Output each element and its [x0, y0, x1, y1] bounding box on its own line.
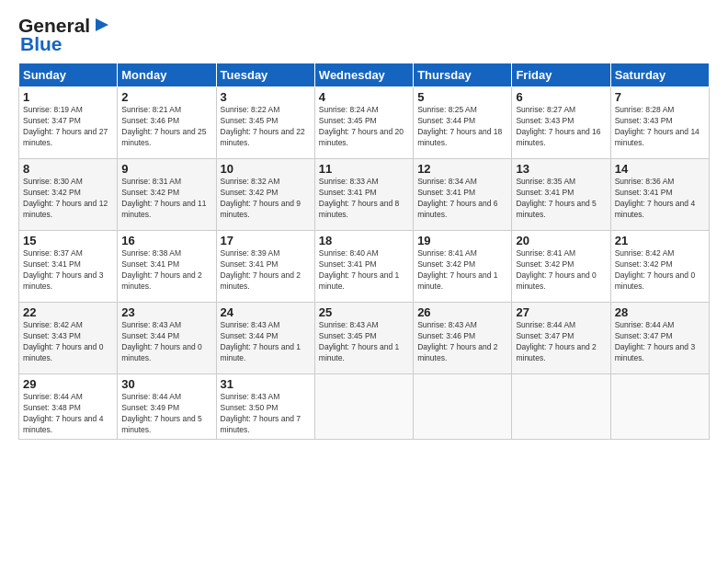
day-number: 9: [121, 162, 211, 176]
calendar-table: SundayMondayTuesdayWednesdayThursdayFrid…: [18, 63, 710, 440]
header: General Blue: [18, 15, 710, 55]
day-number: 29: [23, 377, 113, 391]
day-info: Sunrise: 8:43 AMSunset: 3:44 PMDaylight:…: [121, 320, 211, 364]
day-number: 10: [221, 162, 311, 176]
calendar-body: 1Sunrise: 8:19 AMSunset: 3:47 PMDaylight…: [19, 87, 710, 440]
day-info: Sunrise: 8:43 AMSunset: 3:46 PMDaylight:…: [417, 320, 507, 364]
day-info: Sunrise: 8:28 AMSunset: 3:43 PMDaylight:…: [615, 105, 705, 149]
calendar-cell: 30Sunrise: 8:44 AMSunset: 3:49 PMDayligh…: [118, 374, 216, 440]
calendar-cell: 20Sunrise: 8:41 AMSunset: 3:42 PMDayligh…: [512, 231, 610, 303]
calendar-cell: [512, 374, 610, 440]
weekday-header-wednesday: Wednesday: [314, 63, 413, 87]
day-info: Sunrise: 8:24 AMSunset: 3:45 PMDaylight:…: [319, 105, 409, 149]
calendar-cell: 6Sunrise: 8:27 AMSunset: 3:43 PMDaylight…: [512, 87, 610, 159]
day-number: 19: [417, 234, 507, 247]
day-info: Sunrise: 8:30 AMSunset: 3:42 PMDaylight:…: [23, 177, 113, 221]
day-number: 11: [319, 162, 409, 176]
day-number: 24: [221, 305, 311, 319]
logo: General Blue: [18, 15, 112, 55]
calendar-cell: [610, 374, 709, 440]
calendar-cell: 11Sunrise: 8:33 AMSunset: 3:41 PMDayligh…: [314, 159, 413, 231]
weekday-header-monday: Monday: [118, 63, 216, 87]
day-info: Sunrise: 8:44 AMSunset: 3:47 PMDaylight:…: [516, 320, 606, 364]
day-number: 26: [417, 305, 507, 319]
day-number: 22: [23, 305, 113, 319]
logo-arrow-icon: [92, 15, 112, 35]
day-info: Sunrise: 8:33 AMSunset: 3:41 PMDaylight:…: [319, 177, 409, 221]
day-info: Sunrise: 8:36 AMSunset: 3:41 PMDaylight:…: [615, 177, 705, 221]
calendar-cell: 4Sunrise: 8:24 AMSunset: 3:45 PMDaylight…: [314, 87, 413, 159]
day-number: 20: [516, 234, 606, 247]
calendar-header: SundayMondayTuesdayWednesdayThursdayFrid…: [19, 63, 710, 87]
weekday-header-saturday: Saturday: [610, 63, 709, 87]
calendar-week-5: 29Sunrise: 8:44 AMSunset: 3:48 PMDayligh…: [19, 374, 710, 440]
day-number: 16: [121, 234, 211, 247]
calendar-week-4: 22Sunrise: 8:42 AMSunset: 3:43 PMDayligh…: [19, 303, 710, 374]
calendar-cell: 5Sunrise: 8:25 AMSunset: 3:44 PMDaylight…: [414, 87, 512, 159]
day-info: Sunrise: 8:32 AMSunset: 3:42 PMDaylight:…: [221, 177, 311, 221]
day-info: Sunrise: 8:44 AMSunset: 3:47 PMDaylight:…: [615, 320, 705, 364]
day-info: Sunrise: 8:41 AMSunset: 3:42 PMDaylight:…: [417, 248, 507, 293]
calendar-cell: 23Sunrise: 8:43 AMSunset: 3:44 PMDayligh…: [118, 303, 216, 374]
calendar-cell: 21Sunrise: 8:42 AMSunset: 3:42 PMDayligh…: [610, 231, 709, 303]
calendar-cell: [314, 374, 413, 440]
day-number: 3: [221, 90, 311, 104]
day-number: 31: [221, 377, 311, 391]
day-number: 27: [516, 305, 606, 319]
calendar-cell: 19Sunrise: 8:41 AMSunset: 3:42 PMDayligh…: [414, 231, 512, 303]
calendar-cell: 17Sunrise: 8:39 AMSunset: 3:41 PMDayligh…: [216, 231, 314, 303]
calendar-cell: 27Sunrise: 8:44 AMSunset: 3:47 PMDayligh…: [512, 303, 610, 374]
svg-marker-0: [96, 18, 108, 31]
day-number: 1: [23, 90, 113, 104]
day-info: Sunrise: 8:38 AMSunset: 3:41 PMDaylight:…: [121, 248, 211, 293]
calendar-cell: 1Sunrise: 8:19 AMSunset: 3:47 PMDaylight…: [19, 87, 118, 159]
calendar-page: General Blue SundayMondayTuesdayWednesda…: [0, 0, 728, 563]
weekday-header-thursday: Thursday: [414, 63, 512, 87]
day-info: Sunrise: 8:44 AMSunset: 3:48 PMDaylight:…: [23, 392, 113, 436]
calendar-cell: 2Sunrise: 8:21 AMSunset: 3:46 PMDaylight…: [118, 87, 216, 159]
day-info: Sunrise: 8:35 AMSunset: 3:41 PMDaylight:…: [516, 177, 606, 221]
day-info: Sunrise: 8:43 AMSunset: 3:45 PMDaylight:…: [319, 320, 409, 364]
day-info: Sunrise: 8:31 AMSunset: 3:42 PMDaylight:…: [121, 177, 211, 221]
calendar-week-3: 15Sunrise: 8:37 AMSunset: 3:41 PMDayligh…: [19, 231, 710, 303]
calendar-cell: 31Sunrise: 8:43 AMSunset: 3:50 PMDayligh…: [216, 374, 314, 440]
day-number: 8: [23, 162, 113, 176]
day-number: 4: [319, 90, 409, 104]
day-info: Sunrise: 8:37 AMSunset: 3:41 PMDaylight:…: [23, 248, 113, 293]
day-info: Sunrise: 8:25 AMSunset: 3:44 PMDaylight:…: [417, 105, 507, 149]
day-info: Sunrise: 8:43 AMSunset: 3:44 PMDaylight:…: [221, 320, 311, 364]
weekday-header-tuesday: Tuesday: [216, 63, 314, 87]
day-info: Sunrise: 8:43 AMSunset: 3:50 PMDaylight:…: [221, 392, 311, 436]
calendar-cell: 15Sunrise: 8:37 AMSunset: 3:41 PMDayligh…: [19, 231, 118, 303]
day-number: 21: [615, 234, 705, 247]
calendar-cell: 9Sunrise: 8:31 AMSunset: 3:42 PMDaylight…: [118, 159, 216, 231]
day-number: 15: [23, 234, 113, 247]
calendar-cell: 24Sunrise: 8:43 AMSunset: 3:44 PMDayligh…: [216, 303, 314, 374]
calendar-cell: 10Sunrise: 8:32 AMSunset: 3:42 PMDayligh…: [216, 159, 314, 231]
calendar-cell: 25Sunrise: 8:43 AMSunset: 3:45 PMDayligh…: [314, 303, 413, 374]
day-number: 28: [615, 305, 705, 319]
day-number: 13: [516, 162, 606, 176]
calendar-cell: 26Sunrise: 8:43 AMSunset: 3:46 PMDayligh…: [414, 303, 512, 374]
logo-blue: Blue: [20, 33, 63, 55]
day-info: Sunrise: 8:40 AMSunset: 3:41 PMDaylight:…: [319, 248, 409, 293]
day-info: Sunrise: 8:41 AMSunset: 3:42 PMDaylight:…: [516, 248, 606, 293]
day-info: Sunrise: 8:21 AMSunset: 3:46 PMDaylight:…: [121, 105, 211, 149]
calendar-cell: 8Sunrise: 8:30 AMSunset: 3:42 PMDaylight…: [19, 159, 118, 231]
day-number: 6: [516, 90, 606, 104]
calendar-cell: 7Sunrise: 8:28 AMSunset: 3:43 PMDaylight…: [610, 87, 709, 159]
calendar-cell: [414, 374, 512, 440]
day-number: 30: [121, 377, 211, 391]
day-number: 17: [221, 234, 311, 247]
day-info: Sunrise: 8:42 AMSunset: 3:42 PMDaylight:…: [615, 248, 705, 293]
weekday-header-friday: Friday: [512, 63, 610, 87]
calendar-cell: 22Sunrise: 8:42 AMSunset: 3:43 PMDayligh…: [19, 303, 118, 374]
calendar-cell: 12Sunrise: 8:34 AMSunset: 3:41 PMDayligh…: [414, 159, 512, 231]
weekday-header-sunday: Sunday: [19, 63, 118, 87]
calendar-cell: 3Sunrise: 8:22 AMSunset: 3:45 PMDaylight…: [216, 87, 314, 159]
calendar-cell: 18Sunrise: 8:40 AMSunset: 3:41 PMDayligh…: [314, 231, 413, 303]
day-info: Sunrise: 8:22 AMSunset: 3:45 PMDaylight:…: [221, 105, 311, 149]
calendar-cell: 28Sunrise: 8:44 AMSunset: 3:47 PMDayligh…: [610, 303, 709, 374]
day-number: 2: [121, 90, 211, 104]
calendar-cell: 14Sunrise: 8:36 AMSunset: 3:41 PMDayligh…: [610, 159, 709, 231]
